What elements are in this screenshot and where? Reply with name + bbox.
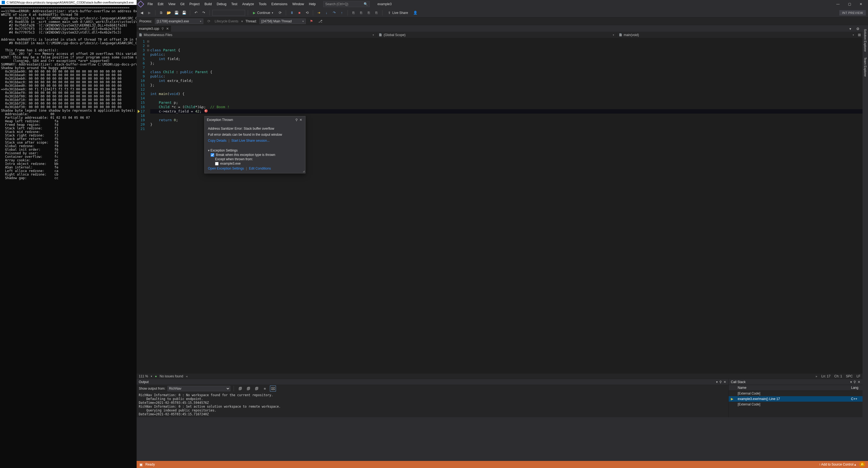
debug-tool-1-icon[interactable]: ⎘ xyxy=(350,10,356,16)
nav-fwd-icon[interactable]: ▶ xyxy=(147,10,152,16)
output-tool-2-icon[interactable]: 🗐 xyxy=(245,386,251,392)
menu-git[interactable]: Git xyxy=(178,1,187,7)
code-editor[interactable]: 123456789101112131415161718192021 ⊟⊟⊟ cl… xyxy=(136,38,863,373)
exception-settings-header[interactable]: Exception Settings xyxy=(208,148,302,153)
menu-help[interactable]: Help xyxy=(307,1,318,7)
console-output[interactable]: ========================================… xyxy=(0,5,136,468)
redo-icon[interactable]: ↷ xyxy=(200,10,207,16)
open-exception-settings-link[interactable]: Open Exception Settings xyxy=(208,167,244,170)
line-indicator[interactable]: Ln: 17 xyxy=(821,374,830,378)
combo-member[interactable]: main(void) xyxy=(617,33,857,37)
tab-close-icon[interactable]: ✕ xyxy=(166,27,169,31)
callstack-row[interactable]: [External Code] xyxy=(728,391,863,397)
callstack-row[interactable]: [External Code] xyxy=(728,402,863,407)
stackframe-icon[interactable]: ⎇ xyxy=(317,18,323,24)
output-clear-icon[interactable]: ⌧ xyxy=(270,386,276,392)
save-icon[interactable]: 💾 xyxy=(174,10,180,16)
exception-thrown-popup[interactable]: Exception Thrown ⚲ ✕ Address Sanitizer E… xyxy=(204,116,306,173)
add-source-control[interactable]: ↑ Add to Source Control ▴ xyxy=(819,463,856,466)
menu-test[interactable]: Test xyxy=(229,1,240,7)
new-file-icon[interactable]: 🗎 xyxy=(158,10,164,16)
output-pane[interactable]: Output ▾ ⚲ ✕ Show output from: RichNav xyxy=(136,379,728,417)
tab-example3-cpp[interactable]: example3.cpp ⚲ ✕ xyxy=(136,25,171,32)
zoom-dropdown-icon[interactable]: ▾ xyxy=(151,375,152,378)
menu-view[interactable]: View xyxy=(166,1,178,7)
lifecycle-icon[interactable]: ⟳ xyxy=(206,18,212,24)
combo-scope[interactable]: (Global Scope) xyxy=(376,33,616,37)
tab-team-explorer[interactable]: Team Explorer xyxy=(863,55,867,79)
pane-pin-icon[interactable]: ⚲ xyxy=(719,380,722,384)
show-next-icon[interactable]: ➜ xyxy=(316,10,322,16)
callstack-row[interactable]: ▶example3.exe!main() Line 17C++ xyxy=(728,396,863,402)
indent-indicator[interactable]: SPC xyxy=(846,374,853,378)
step-into-icon[interactable]: ↓ xyxy=(323,10,330,16)
pane-close-icon[interactable]: ✕ xyxy=(723,380,726,384)
callstack-pane[interactable]: Call Stack ▾ ⚲ ✕ Name Lang [E xyxy=(728,379,863,417)
debug-tool-4-icon[interactable]: ⎘ xyxy=(373,10,379,16)
output-tool-1-icon[interactable]: 🗐 xyxy=(237,386,243,392)
chevron-down-icon[interactable]: ▾ xyxy=(272,11,273,14)
menu-edit[interactable]: Edit xyxy=(155,1,165,7)
menu-tools[interactable]: Tools xyxy=(256,1,269,7)
popup-close-icon[interactable]: ✕ xyxy=(299,118,303,122)
pane-pin-icon[interactable]: ⚲ xyxy=(854,380,856,384)
pin-icon[interactable]: ⚲ xyxy=(161,27,164,31)
vs-titlebar[interactable]: FileEditViewGitProjectBuildDebugTestAnal… xyxy=(136,0,868,8)
thread-dropdown[interactable]: [24756] Main Thread xyxy=(259,19,306,24)
pane-dropdown-icon[interactable]: ▾ xyxy=(716,380,718,384)
callstack-table[interactable]: Name Lang [External Code]▶example3.exe!m… xyxy=(728,385,863,407)
flag-icon[interactable]: ⚑ xyxy=(308,18,314,24)
tab-settings-icon[interactable]: ⚙ xyxy=(855,26,861,32)
search-box[interactable]: Search (Ctrl+Q) 🔍 xyxy=(323,1,370,7)
split-icon[interactable]: ⊞ xyxy=(857,32,863,38)
hot-reload-icon[interactable]: ⟳ xyxy=(277,10,283,16)
pause-icon[interactable]: ⏸ xyxy=(289,10,295,16)
outlining-margin[interactable]: ⊟⊟⊟ xyxy=(147,38,150,373)
menu-file[interactable]: File xyxy=(145,1,155,7)
break-on-exception-checkbox[interactable] xyxy=(211,153,214,157)
live-share-button[interactable]: ⇪ Live Share xyxy=(388,11,408,15)
process-dropdown[interactable]: [11708] example3.exe xyxy=(155,19,203,24)
output-tool-3-icon[interactable]: 🗐 xyxy=(253,386,259,392)
pane-dropdown-icon[interactable]: ▾ xyxy=(850,380,852,384)
col-indicator[interactable]: Ch: 1 xyxy=(834,374,842,378)
menu-extensions[interactable]: Extensions xyxy=(269,1,289,7)
menu-analyze[interactable]: Analyze xyxy=(240,1,256,7)
popup-pin-icon[interactable]: ⚲ xyxy=(294,118,299,122)
popup-resize-grip-icon[interactable]: ◢ xyxy=(303,170,305,173)
start-live-share-link[interactable]: Start Live Share session... xyxy=(231,139,270,142)
notifications-icon[interactable]: 🔔 xyxy=(859,462,865,467)
output-wrap-icon[interactable]: ≡ xyxy=(262,386,268,392)
restart-icon[interactable]: ⟲ xyxy=(304,10,310,16)
menu-debug[interactable]: Debug xyxy=(214,1,228,7)
edit-conditions-link[interactable]: Edit Conditions xyxy=(249,167,271,170)
menu-project[interactable]: Project xyxy=(187,1,202,7)
continue-button[interactable]: ▶ Continue ▾ xyxy=(251,10,275,15)
tab-dropdown-icon[interactable]: ▾ xyxy=(847,26,853,32)
undo-icon[interactable]: ↶ xyxy=(193,10,199,16)
console-titlebar[interactable]: C:\MSDN\cpp-docs-pr\docs\c-language\ASAN… xyxy=(0,0,136,5)
step-over-icon[interactable]: ↷ xyxy=(331,10,337,16)
stop-icon[interactable]: ■ xyxy=(297,10,303,16)
menu-window[interactable]: Window xyxy=(290,1,306,7)
debug-tool-2-icon[interactable]: ⎘ xyxy=(358,10,364,16)
feedback-icon[interactable]: 👤 xyxy=(412,10,418,16)
nav-back-icon[interactable]: ◀ xyxy=(139,10,145,16)
code-text[interactable]: class Parent {public: int field;};class … xyxy=(150,38,863,373)
tab-solution-explorer[interactable]: Solution Explorer xyxy=(863,26,867,55)
menu-build[interactable]: Build xyxy=(203,1,214,7)
open-file-icon[interactable]: 📂 xyxy=(166,10,172,16)
except-from-checkbox[interactable] xyxy=(215,162,219,165)
minimize-button[interactable]: — xyxy=(833,0,843,8)
output-text[interactable]: RichNav Information: 0 : No workspace fo… xyxy=(136,392,728,417)
save-all-icon[interactable]: 💾 xyxy=(181,10,187,16)
pane-close-icon[interactable]: ✕ xyxy=(858,380,860,384)
close-button[interactable]: ✕ xyxy=(856,0,866,8)
step-out-icon[interactable]: ↑ xyxy=(339,10,345,16)
combo-project[interactable]: Miscellaneous Files xyxy=(136,33,376,37)
config-dropdown[interactable] xyxy=(212,10,245,16)
maximize-button[interactable]: ▢ xyxy=(844,0,855,8)
copy-details-link[interactable]: Copy Details xyxy=(208,139,226,142)
output-source-dropdown[interactable]: RichNav xyxy=(167,386,230,391)
eol-indicator[interactable]: LF xyxy=(857,374,860,378)
